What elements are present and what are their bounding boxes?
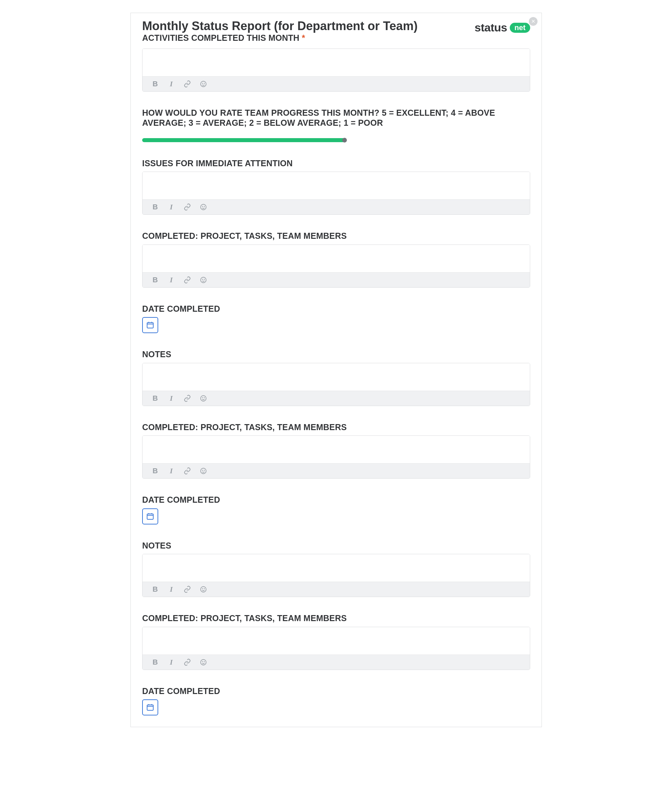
rich-editor-notes-2: B I: [142, 554, 530, 597]
svg-point-13: [201, 396, 206, 401]
field-label-completed-2: COMPLETED: PROJECT, TASKS, TEAM MEMBERS: [142, 422, 530, 432]
link-icon[interactable]: [183, 395, 191, 402]
close-icon: ✕: [531, 18, 535, 24]
svg-point-3: [201, 204, 206, 210]
rich-editor-completed-2: B I: [142, 435, 530, 479]
bold-icon[interactable]: B: [151, 395, 159, 402]
brand-word: status: [475, 21, 507, 34]
date-picker-1[interactable]: [142, 317, 158, 333]
rich-editor-issues: B I: [142, 171, 530, 215]
bold-icon[interactable]: B: [151, 467, 159, 475]
brand-pill: net: [510, 23, 530, 33]
rich-editor-completed-3: B I: [142, 627, 530, 670]
field-label-notes-2: NOTES: [142, 541, 530, 551]
field-label-notes-1: NOTES: [142, 349, 530, 360]
calendar-icon: [146, 512, 154, 521]
bold-icon[interactable]: B: [151, 658, 159, 666]
field-label-rating: HOW WOULD YOU RATE TEAM PROGRESS THIS MO…: [142, 108, 530, 128]
svg-point-25: [204, 589, 205, 589]
bold-icon[interactable]: B: [151, 276, 159, 284]
rich-editor-activities: B I: [142, 49, 530, 92]
svg-point-16: [201, 468, 206, 474]
svg-point-24: [202, 589, 203, 589]
italic-icon[interactable]: I: [167, 585, 175, 593]
completed-3-input[interactable]: [143, 627, 530, 653]
svg-point-27: [202, 662, 203, 662]
rich-toolbar: B I: [143, 272, 530, 287]
svg-rect-9: [147, 323, 153, 328]
italic-icon[interactable]: I: [167, 658, 175, 666]
form-container: ✕ Monthly Status Report (for Department …: [131, 13, 542, 727]
link-icon[interactable]: [183, 658, 191, 666]
form-header: Monthly Status Report (for Department or…: [142, 19, 530, 47]
emoji-icon[interactable]: [199, 203, 208, 211]
rich-editor-completed-1: B I: [142, 245, 530, 288]
completed-2-input[interactable]: [143, 436, 530, 462]
brand-logo: status net: [475, 21, 530, 34]
svg-point-5: [204, 206, 205, 207]
activities-input[interactable]: [143, 49, 530, 75]
date-picker-3[interactable]: [142, 700, 158, 715]
rating-slider[interactable]: [142, 138, 345, 142]
rich-toolbar: B I: [143, 654, 530, 670]
italic-icon[interactable]: I: [167, 203, 175, 211]
rich-toolbar: B I: [143, 76, 530, 91]
bold-icon[interactable]: B: [151, 585, 159, 593]
svg-point-28: [204, 662, 205, 662]
bold-icon[interactable]: B: [151, 203, 159, 211]
svg-point-26: [201, 660, 206, 665]
bold-icon[interactable]: B: [151, 80, 159, 88]
svg-point-7: [202, 279, 203, 280]
emoji-icon[interactable]: [199, 585, 208, 593]
italic-icon[interactable]: I: [167, 467, 175, 475]
italic-icon[interactable]: I: [167, 395, 175, 402]
notes-1-input[interactable]: [143, 363, 530, 389]
field-label-date-3: DATE COMPLETED: [142, 686, 530, 696]
link-icon[interactable]: [183, 276, 191, 284]
field-label-completed-3: COMPLETED: PROJECT, TASKS, TEAM MEMBERS: [142, 613, 530, 623]
svg-point-0: [201, 81, 206, 87]
svg-point-23: [201, 587, 206, 592]
rich-toolbar: B I: [143, 463, 530, 478]
rich-toolbar: B I: [143, 391, 530, 406]
svg-point-4: [202, 206, 203, 207]
emoji-icon[interactable]: [199, 395, 208, 402]
notes-2-input[interactable]: [143, 554, 530, 580]
issues-input[interactable]: [143, 172, 530, 198]
rich-toolbar: B I: [143, 199, 530, 214]
svg-point-15: [204, 398, 205, 398]
emoji-icon[interactable]: [199, 80, 208, 88]
required-star: *: [302, 33, 305, 42]
field-label-date-1: DATE COMPLETED: [142, 304, 530, 314]
link-icon[interactable]: [183, 203, 191, 211]
rich-toolbar: B I: [143, 582, 530, 597]
svg-point-14: [202, 398, 203, 398]
italic-icon[interactable]: I: [167, 80, 175, 88]
field-label-activities: ACTIVITIES COMPLETED THIS MONTH *: [142, 33, 475, 43]
title-block: Monthly Status Report (for Department or…: [142, 19, 475, 47]
link-icon[interactable]: [183, 585, 191, 593]
label-text: ACTIVITIES COMPLETED THIS MONTH: [142, 33, 299, 42]
svg-point-18: [204, 470, 205, 471]
svg-rect-29: [147, 705, 153, 711]
field-label-date-2: DATE COMPLETED: [142, 495, 530, 505]
svg-point-17: [202, 470, 203, 471]
link-icon[interactable]: [183, 80, 191, 88]
calendar-icon: [146, 703, 154, 712]
emoji-icon[interactable]: [199, 658, 208, 666]
rich-editor-notes-1: B I: [142, 363, 530, 406]
close-button[interactable]: ✕: [529, 17, 538, 26]
slider-thumb[interactable]: [342, 138, 347, 143]
emoji-icon[interactable]: [199, 467, 208, 475]
italic-icon[interactable]: I: [167, 276, 175, 284]
completed-1-input[interactable]: [143, 245, 530, 271]
field-label-issues: ISSUES FOR IMMEDIATE ATTENTION: [142, 158, 530, 168]
svg-rect-19: [147, 514, 153, 519]
field-label-completed-1: COMPLETED: PROJECT, TASKS, TEAM MEMBERS: [142, 231, 530, 241]
form-title: Monthly Status Report (for Department or…: [142, 19, 475, 33]
link-icon[interactable]: [183, 467, 191, 475]
date-picker-2[interactable]: [142, 508, 158, 525]
calendar-icon: [146, 321, 154, 329]
emoji-icon[interactable]: [199, 276, 208, 284]
svg-point-8: [204, 279, 205, 280]
